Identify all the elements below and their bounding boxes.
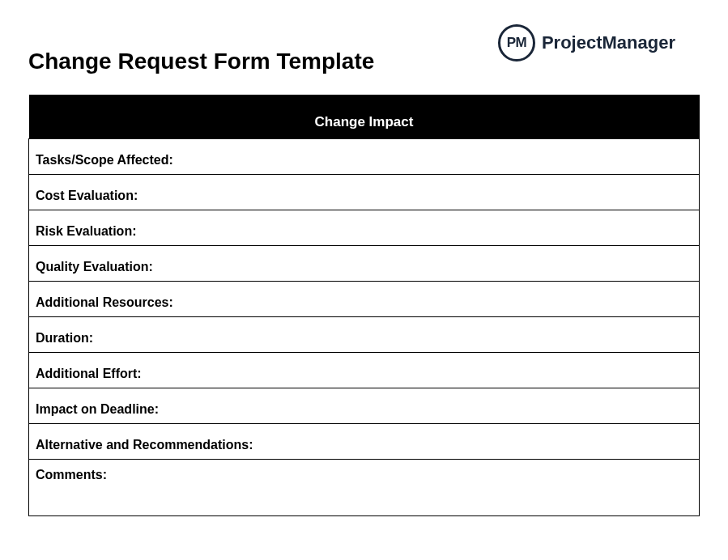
logo-text: ProjectManager bbox=[542, 32, 675, 53]
field-row-cost-evaluation[interactable]: Cost Evaluation: bbox=[29, 175, 700, 210]
page-container: Change Request Form Template PM ProjectM… bbox=[0, 0, 728, 532]
field-row-duration[interactable]: Duration: bbox=[29, 317, 700, 353]
field-row-additional-effort[interactable]: Additional Effort: bbox=[29, 353, 700, 388]
field-label: Quality Evaluation: bbox=[29, 246, 700, 282]
field-label: Cost Evaluation: bbox=[29, 175, 700, 210]
field-row-alternative-recommendations[interactable]: Alternative and Recommendations: bbox=[29, 424, 700, 460]
field-label: Tasks/Scope Affected: bbox=[29, 139, 700, 175]
section-header-row: Change Impact bbox=[29, 99, 700, 139]
field-row-comments[interactable]: Comments: bbox=[29, 460, 700, 516]
field-label: Impact on Deadline: bbox=[29, 388, 700, 424]
brand-logo: PM ProjectManager bbox=[498, 24, 675, 62]
field-label: Additional Resources: bbox=[29, 282, 700, 317]
field-label: Duration: bbox=[29, 317, 700, 353]
field-label: Comments: bbox=[29, 460, 700, 516]
field-row-tasks-scope[interactable]: Tasks/Scope Affected: bbox=[29, 139, 700, 175]
field-label: Alternative and Recommendations: bbox=[29, 424, 700, 460]
field-row-additional-resources[interactable]: Additional Resources: bbox=[29, 282, 700, 317]
field-label: Additional Effort: bbox=[29, 353, 700, 388]
section-heading: Change Impact bbox=[29, 99, 700, 139]
field-row-risk-evaluation[interactable]: Risk Evaluation: bbox=[29, 210, 700, 246]
logo-badge-icon: PM bbox=[498, 24, 535, 62]
field-row-quality-evaluation[interactable]: Quality Evaluation: bbox=[29, 246, 700, 282]
change-impact-table: Change Impact Tasks/Scope Affected: Cost… bbox=[28, 95, 700, 516]
field-row-impact-on-deadline[interactable]: Impact on Deadline: bbox=[29, 388, 700, 424]
field-label: Risk Evaluation: bbox=[29, 210, 700, 246]
header-row: Change Request Form Template PM ProjectM… bbox=[28, 24, 700, 74]
page-title: Change Request Form Template bbox=[28, 49, 374, 74]
